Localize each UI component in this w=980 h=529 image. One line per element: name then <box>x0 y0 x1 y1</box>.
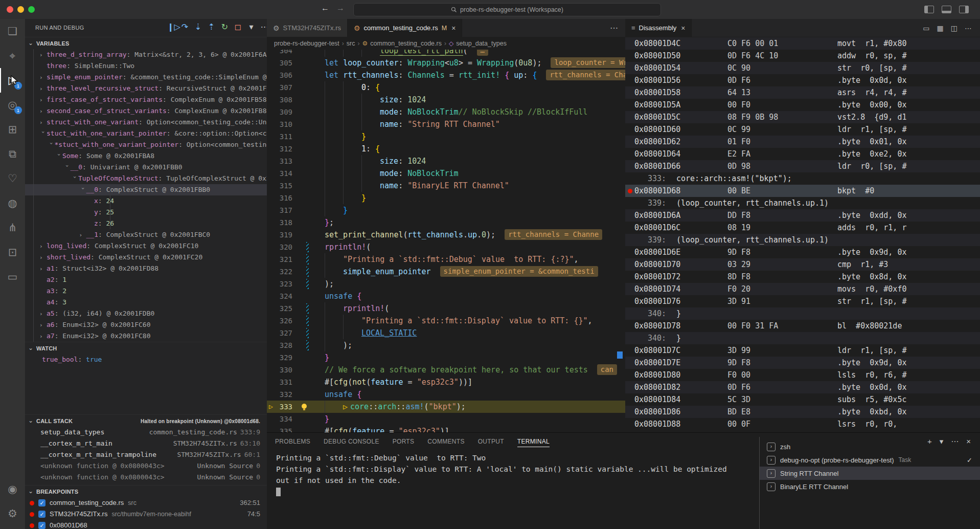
variable-row[interactable]: three: SimpleEnum::Two <box>25 60 267 72</box>
disasm-instruction-row[interactable]: 0x08001D74F0 20movs r0, #0xf0 <box>625 283 980 295</box>
variable-row[interactable]: ›__0: ComplexStruct @ 0x2001FBB0 <box>25 184 267 195</box>
activity-bar-item-containers[interactable]: ⊡ <box>0 240 25 264</box>
tab-common_testing_code.rs[interactable]: ⚙common_testing_code.rsM× <box>348 19 462 37</box>
step-over-icon[interactable]: ↷ <box>180 22 189 32</box>
code-line-321[interactable]: 321"Printing a `std::fmt::Debug` value t… <box>267 253 625 266</box>
disasm-instruction-row[interactable]: 0x08001D8800 0Flsrs r0, r0, <box>625 418 980 430</box>
breakpoint-checkbox[interactable]: ✓ <box>38 511 45 518</box>
navigate-forward-icon[interactable]: → <box>336 4 345 13</box>
code-line-315[interactable]: 315name: "BinaryLE RTT Channel" <box>267 180 625 192</box>
step-into-icon[interactable]: ⇣ <box>194 22 202 32</box>
disasm-instruction-row[interactable]: 0x08001D660D 98ldr r0, [sp, # <box>625 160 980 172</box>
variable-row[interactable]: a3: 2 <box>25 285 267 297</box>
panel-tab-comments[interactable]: COMMENTS <box>427 433 464 450</box>
toggle-secondary-sidebar-icon[interactable] <box>959 6 969 13</box>
disasm-instruction-row[interactable]: 0x08001D6ADD F8.byte 0xdd, 0x <box>625 209 980 222</box>
tab-disassembly[interactable]: ≡ Disassembly × <box>625 19 692 37</box>
variable-row[interactable]: ›__0: Univariant @ 0x2001FBB0 <box>25 162 267 173</box>
tab-STM32H745ZITx.rs[interactable]: ⚙STM32H745ZITx.rs <box>267 19 348 37</box>
toggle-primary-sidebar-icon[interactable] <box>924 6 934 13</box>
stop-dropdown-icon[interactable]: ▾ <box>247 22 256 32</box>
disasm-instruction-row[interactable]: 0x08001D820D F6.byte 0x0d, 0x <box>625 381 980 393</box>
terminal-output[interactable]: Printing a `std::fmt::Debug` value to RT… <box>276 452 751 486</box>
watch-section-header[interactable]: ⌄WATCH <box>25 342 267 355</box>
minimize-window-button[interactable] <box>17 6 24 13</box>
activity-bar-item-remote-explorer[interactable]: ⧉ <box>0 142 25 166</box>
activity-bar-item-extensions[interactable]: ⊞ <box>0 117 25 142</box>
variable-row[interactable]: ›__1: ComplexStruct @ 0x2001FBC0 <box>25 229 267 240</box>
disasm-instruction-row[interactable]: 0x08001D728D F8.byte 0x8d, 0x <box>625 271 980 283</box>
breakpoint-row[interactable]: ✓common_testing_code.rssrc362:51 <box>25 497 267 509</box>
breadcrumb[interactable]: probe-rs-debugger-test›src›⚙common_testi… <box>267 37 626 50</box>
disasm-instruction-row[interactable]: 0x08001D5864 13asrs r4, r4, # <box>625 86 980 99</box>
layout-icon[interactable]: ▦ <box>937 24 944 32</box>
code-line-330[interactable]: 330// We force a software breakpoint her… <box>267 364 625 376</box>
panel-tab-debug-console[interactable]: DEBUG CONSOLE <box>324 433 379 450</box>
variable-row[interactable]: ›a5: (i32, i64) @ 0x2001FDB0 <box>25 308 267 319</box>
breakpoint-checkbox[interactable]: ✓ <box>38 522 45 529</box>
variable-row[interactable]: ›first_case_of_struct_variants: ComplexE… <box>25 94 267 105</box>
breadcrumb-item[interactable]: probe-rs-debugger-test <box>274 40 339 47</box>
more-actions-icon[interactable]: ⋯ <box>965 24 972 32</box>
code-line-319[interactable]: 319set_print_channel(rtt_channels.up.0);… <box>267 229 625 241</box>
activity-bar-item-references[interactable]: ◍ <box>0 191 25 215</box>
disasm-instruction-row[interactable]: 0x08001D4CC0 F6 00 01movt r1, #0x80 <box>625 37 980 50</box>
activity-bar-item-run-and-debug[interactable]: ▷1 <box>0 68 25 93</box>
lightbulb-icon[interactable] <box>302 404 307 409</box>
disasm-instruction-row[interactable]: 0x08001D845C 3Dsubs r5, #0x5c <box>625 393 980 406</box>
variables-section-header[interactable]: ⌄VARIABLES <box>25 37 267 50</box>
close-icon[interactable]: × <box>681 24 685 32</box>
variable-row[interactable]: ›short_lived: ComplexStruct @ 0x2001FC20 <box>25 252 267 263</box>
code-line-310[interactable]: 310name: "String RTT Channel" <box>267 118 625 130</box>
call-stack-frame[interactable]: __cortex_m_rt_mainSTM32H745ZITx.rs63:10 <box>25 438 267 449</box>
activity-bar-item-test-explorer[interactable]: ♡ <box>0 166 25 191</box>
disasm-instruction-row[interactable]: 0x08001D6E9D F8.byte 0x9d, 0x <box>625 246 980 258</box>
close-icon[interactable]: × <box>451 24 455 32</box>
terminal-list-item[interactable]: ›debug-no-opt (probe-rs-debugger-test)Ta… <box>760 453 980 467</box>
code-line-324[interactable]: 324unsafe { <box>267 290 625 302</box>
code-line-334[interactable]: 334} <box>267 413 625 425</box>
call-stack-section-header[interactable]: ⌄CALL STACK Halted on breakpoint (Unknow… <box>25 414 267 427</box>
disasm-instruction-row[interactable]: 0x08001D7C3D 99ldr r1, [sp, # <box>625 344 980 357</box>
code-line-329[interactable]: 329} <box>267 351 625 364</box>
terminal-list-item[interactable]: ›String RTT Channel <box>760 467 980 480</box>
breakpoints-section-header[interactable]: ⌄BREAKPOINTS <box>25 485 267 498</box>
disasm-instruction-row[interactable]: 0x08001D5A00 F0.byte 0x00, 0x <box>625 99 980 111</box>
variable-row[interactable]: ›a7: Enum<i32> @ 0x2001FC80 <box>25 330 267 342</box>
disasm-instruction-row[interactable]: 0x08001D7800 F0 31 FAbl #0x80021de <box>625 320 980 332</box>
variable-row[interactable]: z: 26 <box>25 218 267 229</box>
variable-row[interactable]: ›a1: Struct<i32> @ 0x2001FD88 <box>25 263 267 274</box>
activity-bar-item-accounts-hub[interactable]: ◎1 <box>0 93 25 117</box>
code-line-309[interactable]: 309mode: NoBlockTrim// NoBlockSkip //Blo… <box>267 106 625 118</box>
breakpoint-checkbox[interactable]: ✓ <box>38 499 45 506</box>
disasm-source-row[interactable]: 340:} <box>625 332 980 344</box>
variable-row[interactable]: ›long_lived: ComplexStruct @ 0x2001FC10 <box>25 240 267 252</box>
disasm-instruction-row[interactable]: 0x08001D560D F6.byte 0x0d, 0x <box>625 74 980 86</box>
code-line-312[interactable]: 3121: { <box>267 143 625 155</box>
code-line-305[interactable]: 305let loop_counter: Wrapping<u8> = Wrap… <box>267 57 625 69</box>
command-center-search[interactable]: probe-rs-debugger-test (Workspace) <box>353 3 661 16</box>
code-line-304[interactable]: 304loop_test_rtt_path(… <box>267 50 625 57</box>
call-stack-frame[interactable]: setup_data_typescommon_testing_code.rs33… <box>25 427 267 438</box>
disasm-instruction-row[interactable]: 0x08001D763D 91str r1, [sp, # <box>625 295 980 307</box>
comments-icon[interactable]: ▭ <box>923 24 929 32</box>
panel-tab-ports[interactable]: PORTS <box>393 433 415 450</box>
code-line-306[interactable]: 306let rtt_channels: Channels = rtt_init… <box>267 69 625 81</box>
disasm-instruction-row[interactable]: 0x08001D540C 90str r0, [sp, # <box>625 62 980 74</box>
code-line-307[interactable]: 3070: { <box>267 81 625 94</box>
code-line-333[interactable]: 333▷▷core::arch::asm!("bkpt"); <box>267 401 625 413</box>
disasm-instruction-row[interactable]: 0x08001D64E2 FA.byte 0xe2, 0x <box>625 148 980 160</box>
code-line-326[interactable]: 326"Printing a `std::fmt::Display` value… <box>267 315 625 327</box>
variable-row[interactable]: a2: 1 <box>25 274 267 285</box>
close-window-button[interactable] <box>7 6 13 13</box>
disasm-instruction-row[interactable]: 0x08001D600C 99ldr r1, [sp, # <box>625 123 980 136</box>
code-line-316[interactable]: 316} <box>267 192 625 204</box>
activity-bar-item-explorer[interactable]: ❏ <box>0 19 25 43</box>
disasm-instruction-row[interactable]: 0x08001D86BD E8.byte 0xbd, 0x <box>625 406 980 418</box>
more-actions-icon[interactable]: ⋯ <box>260 22 267 32</box>
panel-tab-output[interactable]: OUTPUT <box>478 433 504 450</box>
disasm-instruction-row[interactable]: 0x08001D500D F6 4C 10addw r0, sp, # <box>625 50 980 62</box>
activity-bar-item-account[interactable]: ◉ <box>0 477 25 501</box>
code-line-311[interactable]: 311} <box>267 130 625 143</box>
code-line-322[interactable]: 322simple_enum_pointersimple_enum_pointe… <box>267 266 625 278</box>
